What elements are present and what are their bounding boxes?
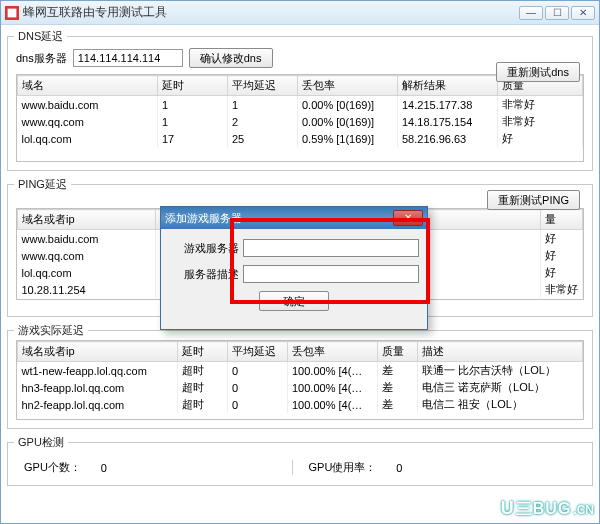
ping-th-qual[interactable]: 量 [541, 210, 583, 230]
retest-dns-button[interactable]: 重新测试dns [496, 62, 580, 82]
game-th-desc[interactable]: 描述 [418, 342, 583, 362]
gpu-count-label: GPU个数： [24, 460, 81, 475]
svg-rect-1 [8, 8, 17, 17]
dns-server-label: dns服务器 [16, 51, 67, 66]
gpu-section: GPU检测 GPU个数： 0 GPU使用率： 0 [7, 435, 593, 486]
dns-th-latency[interactable]: 延时 [158, 76, 228, 96]
dns-section: DNS延迟 dns服务器 确认修改dns 重新测试dns 域名 延时 平均延迟 … [7, 29, 593, 171]
ping-th-host[interactable]: 域名或者ip [18, 210, 156, 230]
dns-table: 域名 延时 平均延迟 丢包率 解析结果 质量 www.baidu.com110.… [16, 74, 584, 162]
game-th-lat[interactable]: 延时 [178, 342, 228, 362]
gpu-usage-label: GPU使用率： [309, 460, 377, 475]
server-desc-input[interactable] [243, 265, 419, 283]
table-row[interactable]: hn2-feapp.lol.qq.com超时0100.00% [4(…差电信二 … [18, 396, 583, 413]
dialog-title: 添加游戏服务器 [165, 211, 393, 226]
dialog-close-button[interactable]: ✕ [393, 210, 423, 226]
game-th-loss[interactable]: 丢包率 [288, 342, 378, 362]
game-legend: 游戏实际延迟 [14, 323, 88, 338]
maximize-button[interactable]: ☐ [545, 6, 569, 20]
dns-th-loss[interactable]: 丢包率 [298, 76, 398, 96]
dns-th-avg[interactable]: 平均延迟 [228, 76, 298, 96]
game-section: 游戏实际延迟 域名或者ip 延时 平均延迟 丢包率 质量 描述 wt1-new-… [7, 323, 593, 429]
window-title: 蜂网互联路由专用测试工具 [23, 4, 519, 21]
dialog-ok-button[interactable]: 确定 [259, 291, 329, 311]
app-icon [5, 6, 19, 20]
dns-legend: DNS延迟 [14, 29, 67, 44]
game-th-qual[interactable]: 质量 [378, 342, 418, 362]
dns-th-resolve[interactable]: 解析结果 [398, 76, 498, 96]
watermark: U 三BUG .CN [501, 498, 594, 520]
game-th-avg[interactable]: 平均延迟 [228, 342, 288, 362]
dns-server-input[interactable] [73, 49, 183, 67]
gpu-legend: GPU检测 [14, 435, 68, 450]
minimize-button[interactable]: — [519, 6, 543, 20]
ping-legend: PING延迟 [14, 177, 71, 192]
gpu-usage-value: 0 [396, 462, 402, 474]
game-server-input[interactable] [243, 239, 419, 257]
confirm-dns-button[interactable]: 确认修改dns [189, 48, 273, 68]
table-row[interactable]: wt1-new-feapp.lol.qq.com超时0100.00% [4(…差… [18, 362, 583, 380]
close-button[interactable]: ✕ [571, 6, 595, 20]
table-row[interactable]: hn3-feapp.lol.qq.com超时0100.00% [4(…差电信三 … [18, 379, 583, 396]
dns-th-domain[interactable]: 域名 [18, 76, 158, 96]
gpu-count-value: 0 [101, 462, 107, 474]
game-server-label: 游戏服务器 [169, 241, 243, 256]
titlebar: 蜂网互联路由专用测试工具 — ☐ ✕ [1, 1, 599, 25]
game-th-host[interactable]: 域名或者ip [18, 342, 178, 362]
game-table: 域名或者ip 延时 平均延迟 丢包率 质量 描述 wt1-new-feapp.l… [16, 340, 584, 420]
add-server-dialog: 添加游戏服务器 ✕ 游戏服务器 服务器描述 确定 [160, 206, 428, 330]
table-row[interactable]: www.baidu.com110.00% [0(169)]14.215.177.… [18, 96, 583, 114]
table-row[interactable]: lol.qq.com17250.59% [1(169)]58.216.96.63… [18, 130, 583, 147]
server-desc-label: 服务器描述 [169, 267, 243, 282]
table-row[interactable]: www.qq.com120.00% [0(169)]14.18.175.154非… [18, 113, 583, 130]
retest-ping-button[interactable]: 重新测试PING [487, 190, 580, 210]
